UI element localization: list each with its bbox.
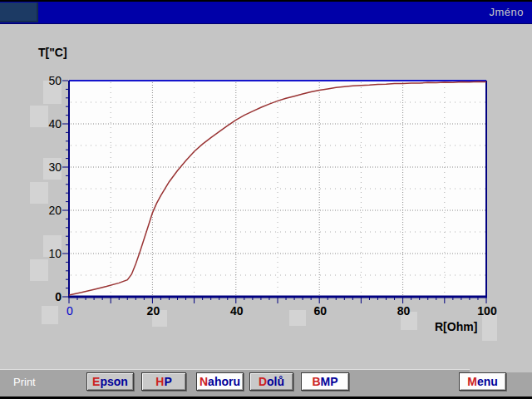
epson-button-label: pson <box>100 375 127 388</box>
hp-button[interactable]: HP <box>141 372 186 391</box>
svg-text:40: 40 <box>48 117 62 131</box>
svg-text:20: 20 <box>147 304 160 318</box>
svg-text:100: 100 <box>477 304 497 318</box>
svg-text:50: 50 <box>48 74 62 87</box>
nahoru-button-label: ahoru <box>208 375 240 388</box>
menu-button[interactable]: Menu <box>459 372 506 391</box>
svg-text:30: 30 <box>48 160 62 174</box>
nahoru-button-hotkey: N <box>200 375 208 388</box>
menu-button-label: enu <box>477 375 498 388</box>
dolu-button-hotkey: D <box>259 375 267 388</box>
chart-area: 02040608010001020304050 <box>0 0 532 399</box>
app-window: Jméno T["C] 02040608010001020304050 R[Oh… <box>0 0 532 399</box>
bmp-button[interactable]: BMP <box>301 372 349 391</box>
hp-button-hotkey: H <box>155 375 164 388</box>
svg-text:0: 0 <box>66 304 73 318</box>
svg-text:20: 20 <box>48 204 62 217</box>
svg-text:10: 10 <box>48 247 62 260</box>
svg-text:0: 0 <box>55 290 62 303</box>
epson-button[interactable]: Epson <box>86 372 134 391</box>
bmp-button-label: MP <box>321 375 338 388</box>
x-axis-title: R[Ohm] <box>435 320 477 333</box>
nahoru-button[interactable]: Nahoru <box>196 372 244 391</box>
dolu-button[interactable]: Dolů <box>249 372 293 391</box>
menu-button-hotkey: M <box>467 375 477 388</box>
svg-text:60: 60 <box>313 304 327 318</box>
bmp-button-hotkey: B <box>312 375 320 388</box>
dolu-button-label: olů <box>267 375 284 388</box>
print-label: Print <box>13 376 36 388</box>
svg-text:40: 40 <box>230 304 244 318</box>
svg-text:80: 80 <box>397 304 411 318</box>
hp-button-label: P <box>164 375 171 388</box>
